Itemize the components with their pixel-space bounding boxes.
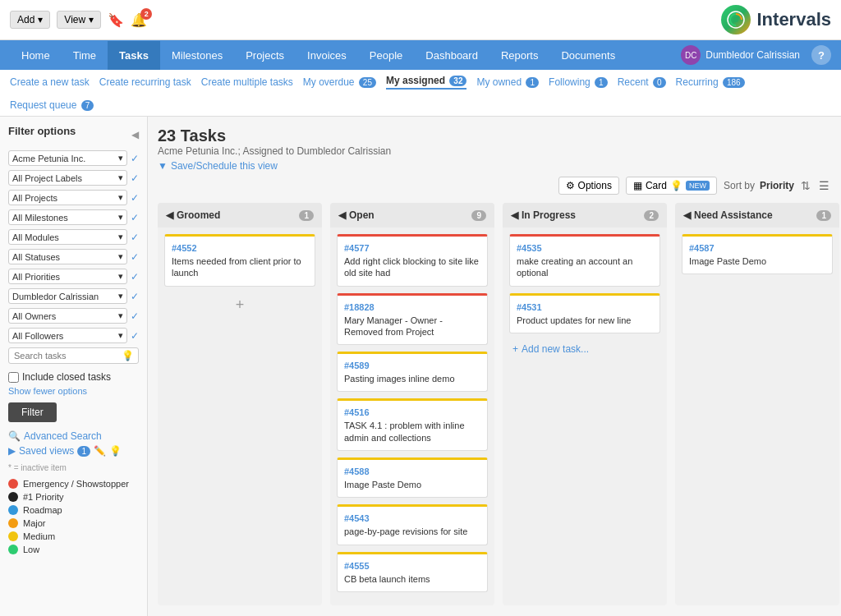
assignee-chevron: ▾ <box>118 291 123 301</box>
add-task-groomed[interactable]: + <box>164 293 315 317</box>
edit-icon[interactable]: ✏️ <box>94 445 106 457</box>
legend-medium: Medium <box>8 531 139 541</box>
collapse-in-progress-icon[interactable]: ◀ <box>511 209 518 221</box>
col-header-need-assistance[interactable]: ◀ Need Assistance 1 <box>675 203 839 228</box>
col-header-open[interactable]: ◀ Open 9 <box>330 203 494 228</box>
modules-select[interactable]: All Modules ▾ <box>8 229 127 245</box>
subnav-my-overdue[interactable]: My overdue 25 <box>303 76 376 88</box>
task-card-4589[interactable]: #4589 Pasting images inline demo <box>337 352 488 392</box>
nav-time[interactable]: Time <box>62 41 108 70</box>
subnav-recent[interactable]: Recent 0 <box>618 76 666 88</box>
sort-field[interactable]: Priority <box>760 180 794 191</box>
company-select[interactable]: Acme Petunia Inc. ▾ <box>8 150 127 166</box>
priority1-dot <box>8 492 18 502</box>
user-menu[interactable]: DC Dumbledor Calrissian <box>676 40 805 70</box>
task-card-4587[interactable]: #4587 Image Paste Demo <box>682 234 833 274</box>
sort-asc-button[interactable]: ⇅ <box>799 177 812 194</box>
nav-tasks[interactable]: Tasks <box>108 41 160 70</box>
owners-select[interactable]: All Owners ▾ <box>8 308 127 324</box>
modules-check-icon[interactable]: ✓ <box>131 232 139 243</box>
priority1-label: #1 Priority <box>23 492 64 502</box>
collapse-open-icon[interactable]: ◀ <box>338 209 346 221</box>
subnav-request-queue[interactable]: Request queue 7 <box>10 99 94 111</box>
help-button[interactable]: ? <box>811 45 831 65</box>
view-button[interactable]: View ▾ <box>57 11 101 29</box>
milestones-check-icon[interactable]: ✓ <box>131 212 139 223</box>
task-card-4535[interactable]: #4535 make creating an account an option… <box>509 234 660 287</box>
card-icon: ▦ <box>633 180 642 191</box>
card-button[interactable]: ▦ Card 💡 NEW <box>626 177 717 195</box>
save-view-link[interactable]: ▼ Save/Schedule this view <box>158 160 831 172</box>
task-card-4588[interactable]: #4588 Image Paste Demo <box>337 457 488 498</box>
saved-views-link[interactable]: ▶ Saved views 1 ✏️ 💡 <box>8 445 139 457</box>
task-card-4516[interactable]: #4516 TASK 4.1 : problem with inline adm… <box>337 398 488 451</box>
subnav-create-new[interactable]: Create a new task <box>10 76 90 88</box>
col-title-open: ◀ Open <box>338 209 375 221</box>
project-labels-select[interactable]: All Project Labels ▾ <box>8 170 127 186</box>
nav-people[interactable]: People <box>358 41 414 70</box>
open-label: Open <box>349 209 375 221</box>
task-card-4577[interactable]: #4577 Add right click blocking to site l… <box>337 234 488 287</box>
assignee-check-icon[interactable]: ✓ <box>131 291 139 302</box>
fewer-options-link[interactable]: Show fewer options <box>8 386 139 396</box>
nav-projects[interactable]: Projects <box>234 41 296 70</box>
nav-milestones[interactable]: Milestones <box>160 41 234 70</box>
task-card-4543[interactable]: #4543 page-by-page revisions for site <box>337 504 488 545</box>
in-progress-count: 2 <box>644 210 659 221</box>
in-progress-body: #4535 make creating an account an option… <box>503 228 667 365</box>
filter-button[interactable]: Filter <box>8 402 57 422</box>
subnav-my-owned[interactable]: My owned 1 <box>476 76 539 88</box>
projects-select[interactable]: All Projects ▾ <box>8 190 127 205</box>
col-header-in-progress[interactable]: ◀ In Progress 2 <box>503 203 667 228</box>
company-check-icon[interactable]: ✓ <box>131 153 139 164</box>
assignee-select[interactable]: Dumbledor Calrissian ▾ <box>8 288 127 304</box>
nav-home[interactable]: Home <box>10 41 62 70</box>
kanban-col-groomed: ◀ Groomed 1 #4552 Items needed from clie… <box>158 203 322 605</box>
task-card-18828[interactable]: #18828 Mary Manager - Owner - Removed fr… <box>337 293 488 346</box>
followers-check-icon[interactable]: ✓ <box>131 330 139 342</box>
sidebar-collapse-icon[interactable]: ◀ <box>131 129 139 140</box>
sort-area: Sort by Priority ⇅ ☰ <box>724 177 831 194</box>
include-closed-tasks[interactable]: Include closed tasks <box>8 371 139 383</box>
nav-dashboard[interactable]: Dashboard <box>414 41 489 70</box>
bookmark-icon[interactable]: 🔖 <box>108 12 124 28</box>
subnav-my-assigned[interactable]: My assigned 32 <box>386 75 466 90</box>
statuses-check-icon[interactable]: ✓ <box>131 251 139 263</box>
priorities-select[interactable]: All Priorities ▾ <box>8 269 127 284</box>
notification-bell[interactable]: 🔔 2 <box>131 12 147 28</box>
projects-check-icon[interactable]: ✓ <box>131 192 139 204</box>
statuses-select[interactable]: All Statuses ▾ <box>8 249 127 264</box>
search-tasks-input[interactable] <box>8 347 139 364</box>
add-new-task-in-progress[interactable]: + Add new task... <box>509 340 660 358</box>
sort-desc-button[interactable]: ☰ <box>817 177 831 194</box>
task-card-4555[interactable]: #4555 CB beta launch items <box>337 552 488 592</box>
task-card-4552[interactable]: #4552 Items needed from client prior to … <box>164 234 315 287</box>
include-closed-checkbox[interactable] <box>8 372 19 383</box>
collapse-groomed-icon[interactable]: ◀ <box>166 209 173 221</box>
advanced-search-link[interactable]: 🔍 Advanced Search <box>8 430 139 442</box>
options-button[interactable]: ⚙ Options <box>558 177 619 195</box>
add-button[interactable]: Add ▾ <box>10 11 50 29</box>
subnav-recurring[interactable]: Recurring 186 <box>676 76 745 88</box>
nav-documents[interactable]: Documents <box>549 41 627 70</box>
nav-invoices[interactable]: Invoices <box>296 41 358 70</box>
owned-badge: 1 <box>526 77 539 88</box>
nav-reports[interactable]: Reports <box>489 41 550 70</box>
col-header-groomed[interactable]: ◀ Groomed 1 <box>158 203 322 228</box>
followers-select[interactable]: All Followers ▾ <box>8 328 127 343</box>
filter-company: Acme Petunia Inc. ▾ ✓ <box>8 150 139 166</box>
task-title-4531: Product updates for new line <box>517 315 653 326</box>
task-card-4531[interactable]: #4531 Product updates for new line <box>509 293 660 333</box>
content-area: 23 Tasks Acme Petunia Inc.; Assigned to … <box>148 117 841 616</box>
owners-check-icon[interactable]: ✓ <box>131 310 139 322</box>
col-title-groomed: ◀ Groomed <box>166 209 220 221</box>
project-labels-check-icon[interactable]: ✓ <box>131 172 139 184</box>
subnav-create-recurring[interactable]: Create recurring task <box>99 76 191 88</box>
add-label: Add <box>17 14 34 25</box>
collapse-need-assistance-icon[interactable]: ◀ <box>683 209 691 221</box>
subnav-create-multiple[interactable]: Create multiple tasks <box>201 76 293 88</box>
add-chevron-icon: ▾ <box>38 14 43 25</box>
priorities-check-icon[interactable]: ✓ <box>131 271 139 283</box>
subnav-following[interactable]: Following 1 <box>549 76 608 88</box>
milestones-select[interactable]: All Milestones ▾ <box>8 209 127 225</box>
